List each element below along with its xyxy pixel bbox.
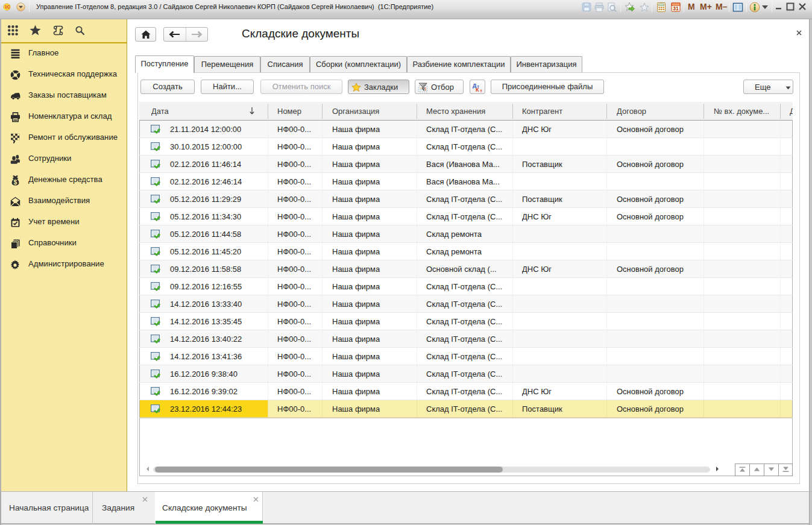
svg-text:К: К xyxy=(476,87,479,93)
svg-text:т: т xyxy=(480,89,482,93)
svg-text:31: 31 xyxy=(673,5,679,11)
svg-text:1C: 1C xyxy=(5,5,10,9)
svg-text:$: $ xyxy=(14,178,17,186)
